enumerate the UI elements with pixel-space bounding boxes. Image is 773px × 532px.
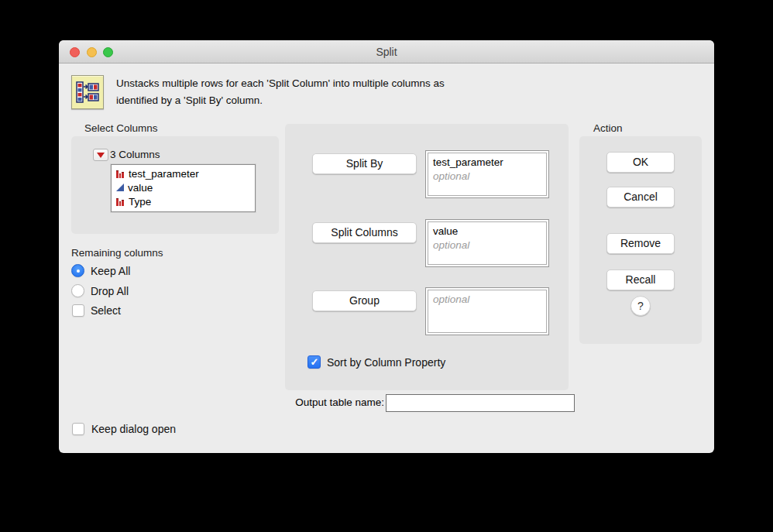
split-columns-placeholder: optional: [433, 239, 541, 252]
columns-count-label: 3 Columns: [110, 149, 160, 160]
traffic-lights: [70, 47, 113, 57]
continuous-icon: [116, 184, 124, 191]
split-by-dropzone[interactable]: test_parameter optional: [425, 150, 549, 198]
ok-button[interactable]: OK: [606, 152, 675, 173]
group-dropzone[interactable]: optional: [425, 287, 549, 335]
dialog-description: Unstacks multiple rows for each 'Split C…: [116, 75, 565, 108]
split-columns-dropzone[interactable]: value optional: [425, 219, 549, 267]
column-name: value: [128, 182, 153, 194]
description-line-1: Unstacks multiple rows for each 'Split C…: [116, 75, 565, 92]
group-dropzone-inner: optional: [428, 290, 547, 333]
close-button[interactable]: [70, 47, 80, 57]
split-dialog-window: Split Unstacks multiple rows for each 'S…: [59, 40, 714, 453]
columns-disclosure-button[interactable]: [93, 149, 108, 161]
window-title: Split: [59, 40, 714, 63]
select-label[interactable]: Select: [91, 304, 121, 317]
split-by-placeholder: optional: [433, 170, 541, 184]
keep-dialog-open-label[interactable]: Keep dialog open: [91, 423, 176, 435]
group-placeholder: optional: [433, 293, 541, 307]
title-bar[interactable]: Split: [59, 40, 714, 63]
nominal-icon: [116, 197, 125, 206]
remove-button[interactable]: Remove: [606, 233, 675, 254]
column-name: Type: [129, 196, 151, 208]
action-label: Action: [593, 122, 623, 134]
output-table-name-label: Output table name:: [285, 396, 384, 408]
sort-by-column-property-checkbox[interactable]: [307, 355, 321, 369]
minimize-button[interactable]: [87, 47, 97, 57]
select-columns-label: Select Columns: [84, 122, 158, 134]
list-item[interactable]: test_parameter: [116, 166, 255, 180]
split-by-button[interactable]: Split By: [312, 153, 417, 174]
drop-all-radio[interactable]: [71, 284, 84, 297]
list-item[interactable]: value: [116, 180, 255, 194]
select-checkbox[interactable]: [72, 304, 84, 317]
split-table-glyph: [76, 80, 99, 105]
group-button[interactable]: Group: [312, 290, 417, 311]
nominal-icon: [116, 170, 125, 178]
cancel-button[interactable]: Cancel: [606, 187, 675, 208]
keep-all-label[interactable]: Keep All: [91, 265, 130, 277]
split-by-dropzone-inner: test_parameter optional: [428, 153, 547, 196]
sort-by-column-property-label[interactable]: Sort by Column Property: [327, 356, 445, 369]
drop-all-label[interactable]: Drop All: [91, 285, 129, 297]
split-columns-button[interactable]: Split Columns: [312, 222, 417, 243]
split-columns-value[interactable]: value: [433, 225, 541, 239]
recall-button[interactable]: Recall: [606, 269, 675, 290]
zoom-button[interactable]: [103, 47, 113, 57]
split-table-icon: [71, 75, 104, 109]
columns-list[interactable]: test_parameter value Type: [111, 164, 256, 212]
column-name: test_parameter: [129, 168, 199, 180]
description-line-2: identified by a 'Split By' column.: [116, 92, 565, 109]
red-triangle-icon: [97, 153, 105, 158]
keep-all-radio[interactable]: [71, 264, 84, 277]
split-by-value[interactable]: test_parameter: [433, 156, 541, 170]
help-button[interactable]: ?: [630, 296, 651, 316]
split-columns-dropzone-inner: value optional: [428, 221, 547, 265]
output-table-name-input[interactable]: [386, 394, 575, 412]
keep-dialog-open-checkbox[interactable]: [72, 423, 84, 435]
list-item[interactable]: Type: [116, 194, 255, 208]
remaining-columns-label: Remaining columns: [71, 247, 163, 259]
